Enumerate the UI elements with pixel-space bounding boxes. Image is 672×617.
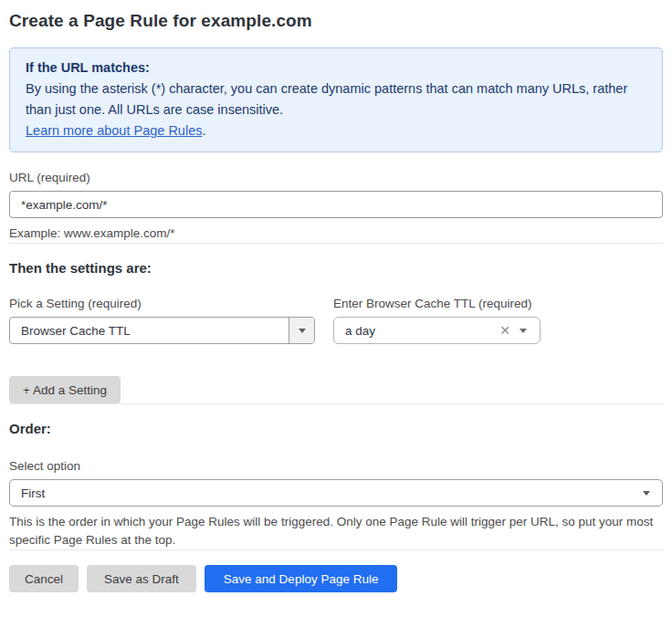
ttl-picker-label: Enter Browser Cache TTL (required) <box>333 297 541 310</box>
create-page-rule-form: Create a Page Rule for example.com If th… <box>0 0 672 601</box>
ttl-select[interactable]: a day ✕ <box>333 317 541 344</box>
order-select[interactable]: First <box>9 479 663 507</box>
info-box-link-row: Learn more about Page Rules. <box>26 120 646 141</box>
order-select-value: First <box>10 486 643 500</box>
info-box-body: By using the asterisk (*) character, you… <box>26 78 646 120</box>
link-suffix: . <box>202 123 205 138</box>
save-as-draft-button[interactable]: Save as Draft <box>87 565 196 592</box>
ttl-picker-group: Enter Browser Cache TTL (required) a day… <box>333 297 541 344</box>
url-input[interactable] <box>9 191 663 218</box>
footer-divider <box>9 549 663 550</box>
setting-picker-label: Pick a Setting (required) <box>9 297 315 310</box>
info-box-heading: If the URL matches: <box>26 58 646 78</box>
setting-select[interactable]: Browser Cache TTL <box>9 317 315 344</box>
url-field-group: URL (required) Example: www.example.com/… <box>9 171 663 243</box>
settings-row: Pick a Setting (required) Browser Cache … <box>9 297 663 344</box>
chevron-down-icon[interactable] <box>289 318 314 343</box>
section-divider <box>9 243 663 244</box>
ttl-select-value: a day <box>334 324 494 338</box>
learn-more-link[interactable]: Learn more about Page Rules <box>26 123 202 138</box>
cancel-button[interactable]: Cancel <box>9 565 79 592</box>
setting-picker-group: Pick a Setting (required) Browser Cache … <box>9 297 315 344</box>
section-divider <box>9 403 663 404</box>
setting-select-value: Browser Cache TTL <box>10 324 289 338</box>
order-section-heading: Order: <box>9 421 663 436</box>
settings-section-heading: Then the settings are: <box>9 260 663 276</box>
order-select-label: Select option <box>9 459 663 473</box>
url-match-info-box: If the URL matches: By using the asteris… <box>9 47 663 152</box>
chevron-down-icon <box>643 491 650 496</box>
page-title: Create a Page Rule for example.com <box>9 11 663 31</box>
order-helper-text: This is the order in which your Page Rul… <box>9 513 663 549</box>
clear-icon[interactable]: ✕ <box>494 324 520 337</box>
url-example-helper: Example: www.example.com/* <box>9 225 663 243</box>
url-label: URL (required) <box>9 171 663 184</box>
save-and-deploy-button[interactable]: Save and Deploy Page Rule <box>205 565 398 592</box>
add-setting-button[interactable]: + Add a Setting <box>9 376 121 403</box>
chevron-down-icon <box>520 329 527 333</box>
footer-actions: Cancel Save as Draft Save and Deploy Pag… <box>9 565 663 592</box>
